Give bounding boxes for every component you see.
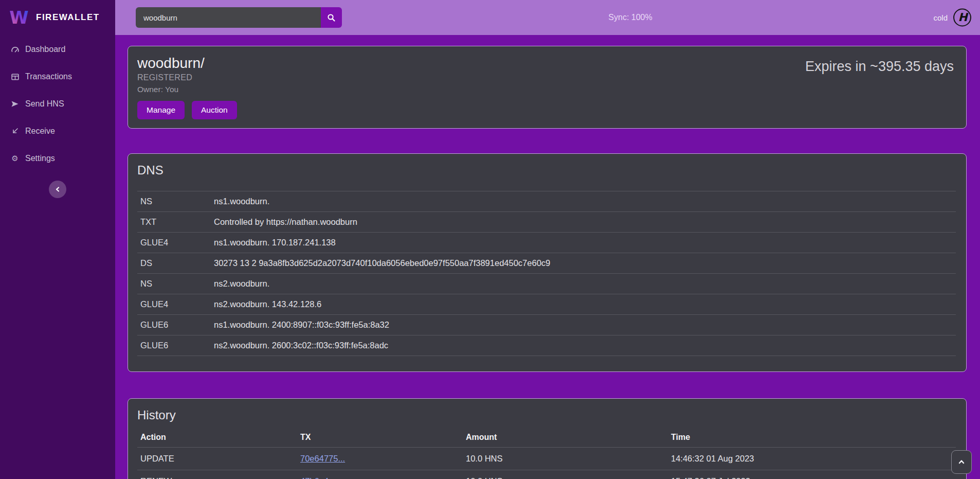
- domain-expiry: Expires in ~395.35 days: [805, 55, 954, 119]
- sidebar: W FIREWALLET Dashboard Transactions: [0, 0, 115, 479]
- scroll-top-button[interactable]: [951, 450, 972, 474]
- arrow-down-left-icon: [10, 127, 20, 136]
- gear-icon: ⚙: [10, 154, 20, 163]
- svg-text:W: W: [9, 7, 29, 28]
- sidebar-collapse-button[interactable]: [49, 181, 66, 198]
- topbar: Sync: 100% cold H: [115, 0, 980, 35]
- dns-record-row: TXT Controlled by https://nathan.woodbur…: [137, 212, 956, 233]
- svg-text:H: H: [958, 11, 969, 24]
- history-header-row: Action TX Amount Time: [137, 428, 956, 448]
- domain-owner: Owner: You: [137, 83, 237, 96]
- history-action: RENEW: [140, 476, 300, 479]
- dns-record-type: GLUE4: [140, 238, 214, 247]
- dns-record-value: Controlled by https://nathan.woodburn: [214, 217, 357, 227]
- dns-record-type: DS: [140, 258, 214, 268]
- sidebar-item-transactions[interactable]: Transactions: [0, 70, 115, 83]
- sidebar-item-dashboard[interactable]: Dashboard: [0, 43, 115, 56]
- sidebar-item-label: Receive: [25, 127, 55, 136]
- dns-record-row: NS ns1.woodburn.: [137, 191, 956, 212]
- dns-record-type: TXT: [140, 217, 214, 227]
- history-row: UPDATE 70e64775... 10.0 HNS 14:46:32 01 …: [137, 448, 956, 470]
- history-table: UPDATE 70e64775... 10.0 HNS 14:46:32 01 …: [137, 448, 956, 479]
- dns-record-type: NS: [140, 279, 214, 289]
- sidebar-item-label: Transactions: [25, 72, 72, 81]
- main-area: Sync: 100% cold H woodburn/ REGISTERED O…: [115, 0, 980, 479]
- sidebar-item-label: Settings: [25, 154, 55, 163]
- dns-card: DNS NS ns1.woodburn. TXT Controlled by h…: [128, 153, 967, 372]
- sync-status: Sync: 100%: [608, 13, 652, 22]
- domain-name: woodburn/: [137, 55, 237, 72]
- manage-button[interactable]: Manage: [137, 101, 185, 119]
- sidebar-item-label: Dashboard: [25, 45, 65, 54]
- search-input[interactable]: [136, 7, 321, 28]
- history-action: UPDATE: [140, 454, 300, 464]
- dns-record-value: ns2.woodburn.: [214, 279, 269, 289]
- dns-record-row: GLUE6 ns1.woodburn. 2400:8907::f03c:93ff…: [137, 315, 956, 335]
- dns-record-value: ns1.woodburn. 2400:8907::f03c:93ff:fe5a:…: [214, 320, 389, 330]
- sidebar-item-receive[interactable]: Receive: [0, 125, 115, 137]
- dns-record-type: GLUE4: [140, 299, 214, 309]
- dns-record-type: GLUE6: [140, 341, 214, 350]
- dns-record-row: GLUE4 ns2.woodburn. 143.42.128.6: [137, 294, 956, 315]
- domain-info: woodburn/ REGISTERED Owner: You Manage A…: [137, 55, 237, 119]
- chevron-up-icon: [957, 457, 966, 467]
- sidebar-item-settings[interactable]: ⚙ Settings: [0, 152, 115, 165]
- dns-title: DNS: [137, 163, 956, 178]
- dns-record-value: ns1.woodburn. 170.187.241.138: [214, 238, 336, 247]
- sidebar-nav: Dashboard Transactions Send HNS: [0, 43, 115, 165]
- dns-record-row: GLUE6 ns2.woodburn. 2600:3c02::f03c:93ff…: [137, 335, 956, 356]
- history-col-action: Action: [140, 433, 300, 442]
- search-button[interactable]: [321, 7, 342, 28]
- domain-status: REGISTERED: [137, 72, 237, 83]
- history-title: History: [137, 408, 956, 422]
- history-time: 15:47:36 07 Jul 2023: [671, 476, 953, 479]
- send-plane-icon: [10, 99, 20, 109]
- wallet-chip[interactable]: cold H: [933, 8, 972, 27]
- dns-record-value: 30273 13 2 9a3a8fb3d625d2a2073d740f10da6…: [214, 258, 550, 268]
- brand: W FIREWALLET: [0, 0, 115, 35]
- domain-card: woodburn/ REGISTERED Owner: You Manage A…: [128, 46, 967, 129]
- search-icon: [327, 13, 336, 22]
- handshake-logo-icon: H: [953, 8, 972, 27]
- history-col-amount: Amount: [466, 433, 671, 442]
- sidebar-item-send-hns[interactable]: Send HNS: [0, 98, 115, 110]
- firewallet-logo-icon: W: [8, 7, 30, 28]
- dns-table: NS ns1.woodburn. TXT Controlled by https…: [137, 191, 956, 356]
- brand-name: FIREWALLET: [36, 12, 100, 23]
- history-amount: 10.0 HNS: [466, 454, 671, 464]
- search-group: [136, 7, 342, 28]
- sidebar-item-label: Send HNS: [25, 99, 64, 109]
- dns-record-value: ns2.woodburn. 2600:3c02::f03c:93ff:fe5a:…: [214, 341, 388, 350]
- history-time: 14:46:32 01 Aug 2023: [671, 454, 953, 464]
- transactions-table-icon: [10, 72, 20, 81]
- history-tx-link[interactable]: 47b6e4...: [300, 476, 336, 479]
- history-amount: 10.0 HNS: [466, 476, 671, 479]
- history-card: History Action TX Amount Time UPDATE 70e…: [128, 398, 967, 479]
- wallet-name: cold: [933, 13, 948, 22]
- history-col-time: Time: [671, 433, 953, 442]
- dns-record-row: DS 30273 13 2 9a3a8fb3d625d2a2073d740f10…: [137, 253, 956, 274]
- domain-actions: Manage Auction: [137, 101, 237, 119]
- history-col-tx: TX: [300, 433, 466, 442]
- dns-record-row: NS ns2.woodburn.: [137, 274, 956, 294]
- dashboard-gauge-icon: [10, 45, 20, 54]
- dns-record-row: GLUE4 ns1.woodburn. 170.187.241.138: [137, 233, 956, 253]
- chevron-left-icon: [53, 185, 62, 193]
- history-tx-link[interactable]: 70e64775...: [300, 454, 345, 463]
- auction-button[interactable]: Auction: [192, 101, 237, 119]
- history-row: RENEW 47b6e4... 10.0 HNS 15:47:36 07 Jul…: [137, 470, 956, 479]
- dns-record-value: ns2.woodburn. 143.42.128.6: [214, 299, 321, 309]
- dns-record-value: ns1.woodburn.: [214, 197, 269, 206]
- content: woodburn/ REGISTERED Owner: You Manage A…: [115, 35, 980, 479]
- dns-record-type: GLUE6: [140, 320, 214, 330]
- dns-record-type: NS: [140, 197, 214, 206]
